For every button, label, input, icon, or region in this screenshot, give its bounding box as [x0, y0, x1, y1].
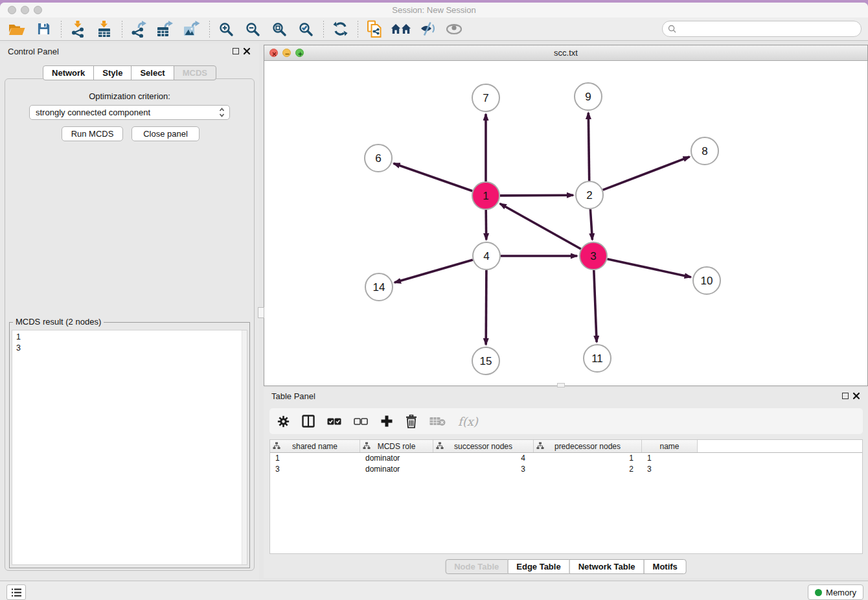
task-history-button[interactable]	[6, 584, 26, 600]
tab-mcds[interactable]: MCDS	[174, 65, 216, 80]
save-session-button[interactable]	[33, 19, 54, 39]
column-label: successor nodes	[454, 442, 512, 451]
column-visibility-button[interactable]	[302, 415, 315, 428]
graph-node-2[interactable]: 2	[576, 181, 603, 209]
hide-visual-button[interactable]	[417, 19, 438, 39]
tab-style[interactable]: Style	[93, 65, 131, 80]
network-window-title: scc.txt	[264, 48, 867, 58]
clone-network-button[interactable]	[364, 19, 385, 39]
graph-edge-1-6[interactable]	[394, 163, 473, 191]
zoom-out-button[interactable]	[242, 19, 263, 39]
table-row[interactable]: 3dominator323	[270, 464, 862, 475]
export-network-button[interactable]	[128, 19, 149, 39]
result-line: 1	[16, 332, 243, 343]
graph-node-11[interactable]: 11	[584, 345, 611, 372]
column-header-successor-nodes[interactable]: successor nodes	[433, 440, 534, 452]
graph-edge-2-3[interactable]	[590, 209, 592, 240]
float-table-panel-icon[interactable]	[842, 393, 849, 399]
close-panel-icon[interactable]	[243, 47, 251, 55]
home-apps-button[interactable]	[391, 19, 411, 39]
import-table-button[interactable]	[94, 19, 115, 39]
mcds-result-textarea[interactable]: 13	[12, 330, 247, 565]
delete-column-button[interactable]	[405, 415, 417, 428]
zoom-selected-button[interactable]	[295, 19, 316, 39]
add-column-button[interactable]	[380, 415, 393, 428]
criterion-select[interactable]: strongly connected component	[29, 105, 230, 120]
result-scrollbar[interactable]	[242, 330, 247, 564]
show-visual-button[interactable]	[444, 19, 464, 39]
export-table-button[interactable]	[155, 19, 176, 39]
column-header-predecessor-nodes[interactable]: predecessor nodes	[534, 440, 642, 452]
table-panel: Table Panel	[264, 388, 868, 578]
table-cell: 2	[534, 464, 642, 475]
zoom-out-icon	[245, 21, 260, 37]
horizontal-splitter-handle[interactable]	[557, 383, 565, 387]
graph-node-14[interactable]: 14	[365, 273, 393, 301]
mcds-result-title: MCDS result (2 nodes)	[13, 317, 104, 327]
graph-node-9[interactable]: 9	[575, 83, 602, 110]
table-settings-button[interactable]	[277, 415, 290, 428]
trash-icon	[405, 415, 417, 428]
column-header-mcds-role[interactable]: MCDS role	[360, 440, 433, 452]
network-window-titlebar[interactable]: scc.txt	[264, 45, 867, 61]
status-bar: Memory	[0, 581, 868, 600]
table-row[interactable]: 1dominator411	[270, 453, 862, 464]
table-cell: dominator	[360, 464, 433, 475]
table-tab-motifs[interactable]: Motifs	[644, 559, 687, 574]
zoom-in-icon	[218, 21, 234, 37]
graph-edge-2-8[interactable]	[603, 157, 690, 190]
graph-edge-3-1[interactable]	[500, 203, 581, 249]
column-label: shared name	[292, 442, 337, 451]
function-builder-button[interactable]: f(x)	[458, 415, 478, 428]
graph-node-8[interactable]: 8	[691, 137, 718, 165]
svg-text:8: 8	[702, 145, 707, 157]
column-label: MCDS role	[378, 442, 416, 451]
export-image-button[interactable]	[181, 19, 202, 39]
graph-edge-3-11[interactable]	[594, 270, 597, 342]
refresh-icon	[333, 21, 348, 36]
graph-edge-1-2[interactable]	[500, 195, 573, 196]
graph-edge-1-4[interactable]	[486, 210, 486, 240]
graph-edge-4-14[interactable]	[394, 260, 473, 283]
graph-edge-3-10[interactable]	[608, 259, 691, 277]
graph-edge-4-15[interactable]	[486, 270, 486, 345]
graph-node-6[interactable]: 6	[365, 144, 392, 172]
table-tab-network-table[interactable]: Network Table	[569, 559, 645, 574]
tab-network[interactable]: Network	[43, 65, 94, 80]
graph-node-4[interactable]: 4	[473, 242, 500, 270]
search-input[interactable]	[680, 24, 856, 34]
close-table-panel-icon[interactable]	[852, 392, 860, 400]
graph-node-10[interactable]: 10	[693, 267, 720, 294]
clone-documents-icon	[367, 20, 382, 38]
refresh-view-button[interactable]	[330, 19, 350, 39]
memory-status-icon	[815, 589, 822, 596]
float-panel-icon[interactable]	[233, 48, 239, 54]
zoom-in-button[interactable]	[216, 19, 236, 39]
table-cell: 1	[270, 453, 360, 464]
optimization-criterion-label: Optimization criterion:	[5, 91, 254, 101]
graph-node-7[interactable]: 7	[472, 84, 499, 111]
graph-node-1[interactable]: 1	[472, 182, 499, 209]
search-field[interactable]	[662, 21, 862, 37]
zoom-fit-button[interactable]	[269, 19, 290, 39]
table-tab-edge-table[interactable]: Edge Table	[507, 559, 569, 574]
delete-table-button[interactable]	[429, 416, 446, 426]
select-all-button[interactable]	[327, 418, 341, 425]
close-panel-button[interactable]: Close panel	[131, 126, 200, 141]
table-tab-node-table[interactable]: Node Table	[445, 559, 508, 574]
vertical-splitter-handle[interactable]	[258, 307, 264, 318]
table-panel-tabs: Node TableEdge TableNetwork TableMotifs	[445, 559, 687, 574]
column-header-shared-name[interactable]: shared name	[270, 440, 360, 452]
run-mcds-button[interactable]: Run MCDS	[62, 126, 123, 141]
graph-edge-2-9[interactable]	[588, 113, 589, 181]
graph-node-3[interactable]: 3	[580, 242, 607, 270]
network-canvas[interactable]: 7968124314101511	[264, 61, 867, 386]
tab-select[interactable]: Select	[131, 65, 174, 80]
open-file-button[interactable]	[6, 19, 27, 39]
column-header-name[interactable]: name	[642, 440, 698, 452]
memory-button[interactable]: Memory	[808, 584, 863, 600]
graph-node-15[interactable]: 15	[472, 347, 499, 375]
control-panel-title: Control Panel	[8, 47, 59, 56]
deselect-all-button[interactable]	[354, 418, 368, 425]
import-network-button[interactable]	[67, 19, 88, 39]
